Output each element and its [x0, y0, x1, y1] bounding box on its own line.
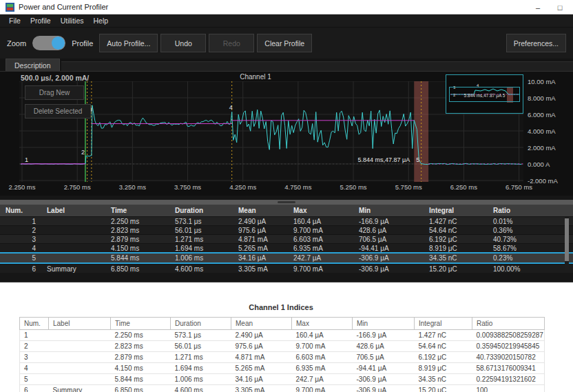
table-cell: 6.192 μC	[425, 236, 489, 243]
indices-table-cell: 5.844 ms	[111, 374, 171, 385]
indices-column-header-num: Num.	[20, 318, 49, 330]
table-cell: 58.67%	[489, 245, 573, 252]
menu-item-file[interactable]: File	[4, 15, 25, 26]
window-titlebar: Power and Current Profiler – □	[0, 0, 573, 14]
column-header-duration[interactable]: Duration	[171, 207, 234, 214]
indices-table-cell: 5.265 mA	[231, 363, 292, 374]
indices-column-header-min: Min	[353, 318, 415, 330]
tab-description[interactable]: Description	[6, 59, 60, 71]
column-header-mean[interactable]: Mean	[234, 207, 289, 214]
svg-text:4: 4	[229, 104, 233, 111]
indices-table-cell	[49, 330, 111, 341]
menu-item-help[interactable]: Help	[89, 15, 114, 26]
minimize-icon[interactable]: –	[532, 3, 544, 12]
indices-table-cell: 0.0093882508259287	[472, 330, 545, 341]
profiler-table-body: 12.250 ms573.1 μs2.490 μA160.4 μA-166.9 …	[0, 216, 573, 273]
table-cell: 0.23%	[489, 254, 573, 262]
indices-table-cell: 160.4 μA	[292, 330, 353, 341]
overview-inset[interactable]: 3 2 4 5.844 ms,47.87 μA 5	[446, 74, 523, 114]
menu-item-utilities[interactable]: Utilities	[56, 15, 89, 26]
menu-item-profile[interactable]: Profile	[25, 15, 56, 26]
toolbar: Zoom Profile Auto Profile...UndoRedoClea…	[0, 28, 573, 59]
table-cell: 5	[0, 254, 43, 262]
table-row[interactable]: 55.844 ms1.006 ms34.16 μA242.7 μA-306.9 …	[0, 252, 573, 264]
indices-column-header-mean: Mean	[231, 318, 292, 330]
indices-table-cell: 58.6713176009341	[472, 363, 545, 374]
table-row[interactable]: 12.250 ms573.1 μs2.490 μA160.4 μA-166.9 …	[0, 216, 573, 225]
x-tick-label: 4.750 ms	[284, 183, 311, 191]
y-tick-label: 0.000 A	[528, 161, 550, 168]
drag-new-button[interactable]: Drag New	[25, 85, 84, 100]
table-cell: 5.265 mA	[234, 245, 289, 252]
maximize-icon[interactable]: □	[554, 3, 566, 12]
zoom-profile-toggle[interactable]	[32, 36, 65, 50]
y-tick-label: 10.00 mA	[528, 78, 556, 85]
indices-table-cell: 40.7339020150782	[472, 352, 545, 363]
x-tick-label: 5.250 ms	[340, 183, 367, 191]
window-controls: – □	[532, 0, 570, 14]
x-tick-label: 2.750 ms	[64, 183, 91, 191]
table-cell: 8.919 μC	[425, 245, 489, 252]
table-cell: 6.850 ms	[107, 265, 171, 273]
indices-table-cell: 6	[20, 385, 49, 392]
indices-table-cell: 975.6 μA	[231, 341, 292, 352]
column-header-min[interactable]: Min	[355, 207, 425, 214]
splitter-handle-icon	[278, 201, 295, 203]
table-row[interactable]: 6Summary6.850 ms4.600 ms3.305 mA9.700 mA…	[0, 264, 573, 273]
table-row[interactable]: 44.150 ms1.694 ms5.265 mA6.935 mA-94.41 …	[0, 243, 573, 252]
column-header-label[interactable]: Label	[43, 207, 107, 214]
profile-toggle-label: Profile	[72, 39, 93, 48]
column-header-time[interactable]: Time	[107, 207, 171, 214]
indices-table-cell: 1	[20, 330, 49, 341]
table-cell: 56.01 μs	[171, 227, 234, 234]
indices-table-cell	[49, 352, 111, 363]
x-tick-label: 6.250 ms	[450, 183, 477, 191]
indices-column-header-max: Max	[292, 318, 353, 330]
redo-button[interactable]: Redo	[209, 34, 254, 52]
scrollbar-thumb[interactable]	[565, 218, 569, 261]
indices-table-cell: 706.5 μA	[353, 352, 415, 363]
x-tick-label: 3.250 ms	[119, 183, 146, 191]
table-cell: 2.250 ms	[107, 218, 171, 225]
column-header-num[interactable]: Num.	[0, 207, 43, 214]
indices-table-cell: 573.1 μs	[171, 330, 231, 341]
indices-column-header-integral: Integral	[415, 318, 472, 330]
indices-table-cell: 0.359450219945845	[472, 341, 545, 352]
tab-strip-filler	[61, 61, 573, 71]
undo-button[interactable]: Undo	[160, 34, 206, 52]
table-row[interactable]: 22.823 ms56.01 μs975.6 μA9.700 mA428.6 μ…	[0, 225, 573, 234]
delete-selected-button[interactable]: Delete Selected	[25, 104, 91, 118]
indices-table-row: 6Summary6.850 ms4.600 ms3.305 mA9.700 mA…	[20, 385, 545, 392]
indices-column-header-label: Label	[49, 318, 111, 330]
indices-table-cell: 1.271 ms	[171, 352, 231, 363]
column-header-ratio[interactable]: Ratio	[489, 207, 573, 214]
table-cell: 15.20 μC	[425, 265, 489, 273]
x-tick-label: 2.250 ms	[8, 183, 35, 191]
indices-table-cell: -306.9 μA	[353, 374, 415, 385]
chart-plot[interactable]: 12345.844 ms,47.87 μA5 Drag New Delete S…	[19, 81, 523, 182]
table-cell: 34.16 μA	[234, 254, 289, 262]
auto-profile-button[interactable]: Auto Profile...	[99, 34, 158, 52]
table-cell: 1.006 ms	[171, 254, 234, 262]
preferences-button[interactable]: Preferences...	[506, 34, 566, 52]
x-tick-label: 5.750 ms	[395, 183, 422, 191]
indices-table-cell: 4.600 ms	[171, 385, 231, 392]
y-tick-label: 4.000 mA	[528, 127, 556, 135]
table-scrollbar[interactable]	[565, 217, 569, 270]
indices-table-cell: 4.150 ms	[111, 363, 171, 374]
column-header-max[interactable]: Max	[289, 207, 355, 214]
table-row[interactable]: 32.879 ms1.271 ms4.871 mA6.603 mA706.5 μ…	[0, 234, 573, 243]
table-cell: 975.6 μA	[234, 227, 289, 234]
y-tick-label: 2.000 mA	[528, 144, 556, 152]
indices-table-cell: 242.7 μA	[292, 374, 353, 385]
svg-text:2: 2	[81, 149, 85, 156]
toolbar-buttons: Auto Profile...UndoRedoClear Profile	[96, 34, 312, 52]
indices-table-cell: 4.871 mA	[231, 352, 292, 363]
table-cell: Summary	[43, 265, 107, 273]
x-tick-label: 4.250 ms	[229, 183, 256, 191]
indices-table-cell: 54.64 nC	[415, 341, 472, 352]
column-header-integral[interactable]: Integral	[425, 207, 489, 214]
clear-profile-button[interactable]: Clear Profile	[257, 34, 312, 52]
splitter[interactable]	[0, 200, 573, 205]
indices-table-cell: 4	[20, 363, 49, 374]
